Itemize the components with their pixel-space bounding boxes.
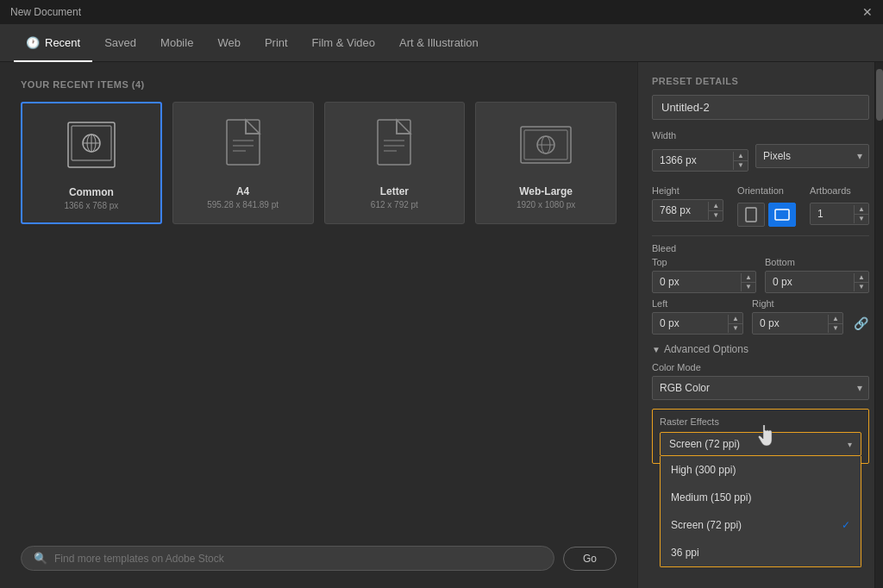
orientation-label: Orientation xyxy=(737,185,796,196)
search-wrap: 🔍 xyxy=(21,546,554,571)
web-large-sub: 1920 x 1080 px xyxy=(517,200,575,210)
preset-name-input[interactable] xyxy=(652,95,869,120)
recent-item-a4[interactable]: A4 595.28 x 841.89 pt xyxy=(172,102,314,224)
height-section: Height ▲ ▼ xyxy=(652,185,723,227)
width-label: Width xyxy=(652,130,869,141)
portrait-button[interactable] xyxy=(737,203,765,227)
raster-option-screen-label: Screen (72 ppi) xyxy=(671,519,742,531)
a4-doc-icon xyxy=(213,116,273,177)
bleed-right-down[interactable]: ▼ xyxy=(829,324,842,333)
raster-effects-section: Raster Effects Screen (72 ppi) ▾ High (3… xyxy=(652,409,869,464)
recent-item-common[interactable]: Common 1366 x 768 px xyxy=(21,102,162,224)
recent-section-title: YOUR RECENT ITEMS (4) xyxy=(21,79,617,90)
tab-bar: 🕐 Recent Saved Mobile Web Print Film & V… xyxy=(0,24,883,62)
bleed-link-icon[interactable]: 🔗 xyxy=(852,316,869,330)
advanced-options-toggle[interactable]: ▼ Advanced Options xyxy=(652,343,869,355)
advanced-options-label: Advanced Options xyxy=(664,343,748,355)
tab-saved-label: Saved xyxy=(104,36,136,49)
bleed-top-down[interactable]: ▼ xyxy=(742,283,755,291)
bleed-bottom-input[interactable] xyxy=(766,272,854,292)
width-up-arrow[interactable]: ▲ xyxy=(734,152,748,161)
height-down-arrow[interactable]: ▼ xyxy=(709,211,723,220)
width-row: ▲ ▼ Pixels Inches Millimeters Centimeter… xyxy=(652,144,869,177)
recent-item-letter[interactable]: Letter 612 x 792 pt xyxy=(324,102,466,224)
advanced-chevron-icon: ▼ xyxy=(652,345,661,354)
width-down-arrow[interactable]: ▼ xyxy=(734,161,748,170)
raster-option-36-label: 36 ppi xyxy=(671,547,699,559)
tab-print[interactable]: Print xyxy=(253,24,300,62)
close-icon[interactable]: ✕ xyxy=(862,5,873,19)
artboards-input[interactable] xyxy=(811,203,854,224)
bleed-bottom-down[interactable]: ▼ xyxy=(855,283,868,291)
bleed-left-wrap: ▲ ▼ xyxy=(652,312,743,335)
bleed-bottom-wrap: ▲ ▼ xyxy=(765,271,869,293)
bleed-left-up[interactable]: ▲ xyxy=(729,315,742,324)
bleed-left-down[interactable]: ▼ xyxy=(729,324,742,333)
tab-saved[interactable]: Saved xyxy=(92,24,148,62)
go-button[interactable]: Go xyxy=(563,547,617,571)
color-mode-select[interactable]: RGB Color CMYK Color Grayscale xyxy=(652,376,869,400)
letter-label: Letter xyxy=(380,185,409,197)
letter-sub: 612 x 792 pt xyxy=(371,200,418,210)
bleed-top-up[interactable]: ▲ xyxy=(742,273,755,283)
unit-select-wrap: Pixels Inches Millimeters Centimeters Po… xyxy=(755,144,869,168)
bleed-left-right-row: Left ▲ ▼ Right ▲ ▼ xyxy=(652,298,869,335)
left-panel: YOUR RECENT ITEMS (4) Common 1366 x 768 … xyxy=(0,62,637,588)
recent-icon: 🕐 xyxy=(26,36,40,49)
bleed-right-spinners: ▲ ▼ xyxy=(828,315,842,333)
bleed-left-label: Left xyxy=(652,298,743,309)
height-label: Height xyxy=(652,185,723,196)
bleed-bottom-spinners: ▲ ▼ xyxy=(854,273,868,291)
width-input[interactable] xyxy=(653,150,733,171)
bleed-right-wrap: ▲ ▼ xyxy=(752,312,843,335)
letter-doc-icon xyxy=(364,116,424,177)
artboards-up-arrow[interactable]: ▲ xyxy=(855,205,868,215)
artboards-label: Artboards xyxy=(810,185,869,196)
bleed-bottom-field: Bottom ▲ ▼ xyxy=(765,257,869,293)
raster-option-high-label: High (300 ppi) xyxy=(671,464,736,476)
tab-art-illustration[interactable]: Art & Illustration xyxy=(387,24,491,62)
width-input-wrap: ▲ ▼ xyxy=(652,149,748,172)
bleed-right-up[interactable]: ▲ xyxy=(829,315,842,324)
web-large-doc-icon xyxy=(516,116,576,177)
height-input[interactable] xyxy=(653,200,708,221)
right-panel-scrollbar[interactable] xyxy=(874,62,883,588)
tab-mobile-label: Mobile xyxy=(160,36,193,49)
tab-mobile[interactable]: Mobile xyxy=(148,24,205,62)
raster-check-icon: ✓ xyxy=(842,519,850,531)
tab-recent[interactable]: 🕐 Recent xyxy=(14,24,92,62)
raster-selected-display[interactable]: Screen (72 ppi) ▾ xyxy=(660,432,861,456)
divider-1 xyxy=(652,235,869,236)
bleed-top-spinners: ▲ ▼ xyxy=(741,273,755,291)
bleed-top-field: Top ▲ ▼ xyxy=(652,257,756,293)
recent-item-web-large[interactable]: Web-Large 1920 x 1080 px xyxy=(475,102,617,224)
raster-option-high[interactable]: High (300 ppi) xyxy=(661,456,861,484)
tab-web-label: Web xyxy=(217,36,241,49)
bleed-left-input[interactable] xyxy=(653,313,728,334)
common-sub: 1366 x 768 px xyxy=(64,201,118,210)
artboards-down-arrow[interactable]: ▼ xyxy=(855,215,868,223)
bleed-bottom-up[interactable]: ▲ xyxy=(855,273,868,283)
svg-rect-19 xyxy=(746,208,756,222)
raster-option-medium[interactable]: Medium (150 ppi) xyxy=(661,484,861,511)
unit-select[interactable]: Pixels Inches Millimeters Centimeters Po… xyxy=(755,144,869,168)
tab-web[interactable]: Web xyxy=(205,24,253,62)
scrollbar-thumb[interactable] xyxy=(876,69,883,121)
bleed-top-label: Top xyxy=(652,257,756,267)
color-mode-label: Color Mode xyxy=(652,362,869,372)
tab-print-label: Print xyxy=(265,36,288,49)
tab-film-video[interactable]: Film & Video xyxy=(300,24,387,62)
landscape-button[interactable] xyxy=(768,203,796,227)
bleed-left-field: Left ▲ ▼ xyxy=(652,298,743,335)
raster-option-screen[interactable]: Screen (72 ppi) ✓ xyxy=(661,511,861,539)
raster-option-36[interactable]: 36 ppi xyxy=(661,539,861,566)
a4-sub: 595.28 x 841.89 pt xyxy=(207,200,279,210)
recent-grid: Common 1366 x 768 px A4 595.28 x 841 xyxy=(21,102,617,224)
bleed-right-input[interactable] xyxy=(753,313,828,334)
tab-recent-label: Recent xyxy=(45,36,80,49)
height-spinners: ▲ ▼ xyxy=(708,202,723,220)
height-up-arrow[interactable]: ▲ xyxy=(709,202,723,211)
bleed-right-field: Right ▲ ▼ xyxy=(752,298,843,335)
bleed-top-input[interactable] xyxy=(653,272,741,292)
search-input[interactable] xyxy=(54,553,542,565)
